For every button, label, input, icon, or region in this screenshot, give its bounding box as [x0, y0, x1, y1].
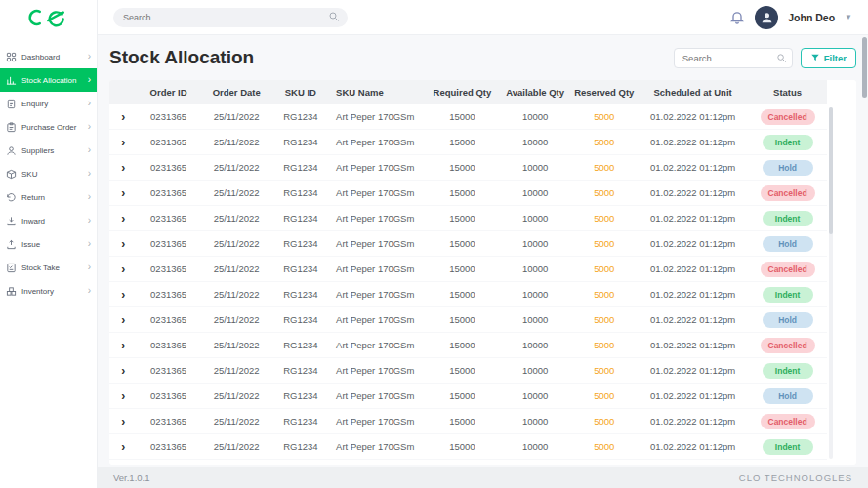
chevron-right-icon: › — [88, 122, 91, 132]
sidebar-item-label: Inventory — [21, 287, 84, 296]
table-scrollbar-thumb[interactable] — [829, 107, 833, 234]
reserved-qty-cell: 5000 — [570, 282, 638, 307]
row-expand-icon[interactable]: › — [121, 162, 125, 174]
notification-bell-icon[interactable] — [729, 9, 745, 25]
row-expand-icon[interactable]: › — [121, 390, 125, 402]
scheduled-at-unit-cell: 01.02.2022 01:12pm — [638, 181, 748, 206]
available-qty-cell: 10000 — [500, 434, 571, 460]
available-qty-cell: 10000 — [500, 384, 571, 409]
order-id-cell: 0231365 — [137, 231, 200, 257]
reserved-qty-cell: 5000 — [570, 358, 638, 384]
enquiry-icon — [6, 98, 18, 109]
user-menu-chevron-icon[interactable]: ▼ — [845, 13, 852, 21]
order-id-cell: 0231365 — [137, 384, 200, 409]
stock-take-icon — [6, 262, 18, 273]
reserved-qty-cell: 5000 — [570, 384, 638, 409]
purchase-order-icon — [6, 121, 18, 133]
status-badge: Hold — [763, 465, 813, 466]
table-row: ›023136525/11/2022RG1234Art Peper 170GSm… — [109, 460, 827, 466]
order-date-cell: 25/11/2022 — [200, 460, 273, 466]
sidebar-item-return[interactable]: Return› — [0, 185, 97, 209]
row-expand-icon[interactable]: › — [121, 416, 125, 427]
sidebar-item-label: Return — [21, 193, 84, 202]
order-id-cell: 0231365 — [137, 257, 200, 282]
inventory-icon — [6, 285, 18, 297]
status-badge: Cancelled — [761, 109, 815, 125]
column-header: Order Date — [200, 80, 273, 104]
topbar-search-input[interactable] — [113, 8, 348, 27]
column-header: Reserved Qty — [570, 80, 638, 104]
required-qty-cell: 15000 — [425, 434, 500, 460]
scheduled-at-unit-cell: 01.02.2022 01:12pm — [638, 333, 748, 358]
brand-logo[interactable] — [0, 0, 97, 35]
sidebar-item-label: Inward — [21, 217, 84, 225]
scheduled-at-unit-cell: 01.02.2022 01:12pm — [638, 358, 748, 384]
filter-button-label: Filter — [824, 53, 847, 63]
stock-allocation-table-card: Order IDOrder DateSKU IDSKU NameRequired… — [109, 80, 856, 465]
sidebar-item-enquiry[interactable]: Enquiry› — [0, 92, 97, 115]
chevron-right-icon: › — [88, 99, 91, 108]
sidebar-item-stock-allocation[interactable]: Stock Allocation› — [0, 68, 97, 92]
required-qty-cell: 15000 — [425, 104, 500, 130]
chevron-right-icon: › — [88, 52, 91, 61]
status-badge: Cancelled — [761, 262, 815, 277]
order-date-cell: 25/11/2022 — [200, 282, 273, 307]
row-expand-icon[interactable]: › — [121, 137, 125, 148]
search-icon — [328, 11, 340, 22]
row-expand-icon[interactable]: › — [121, 441, 125, 453]
table-row: ›023136525/11/2022RG1234Art Peper 170GSm… — [109, 257, 827, 282]
filter-button[interactable]: Filter — [801, 48, 856, 68]
row-expand-icon[interactable]: › — [121, 238, 125, 250]
row-expand-icon[interactable]: › — [121, 365, 125, 377]
column-header: Required Qty — [425, 80, 500, 104]
sidebar-item-purchase-order[interactable]: Purchase Order› — [0, 115, 97, 139]
table-row: ›023136525/11/2022RG1234Art Peper 170GSm… — [109, 358, 827, 384]
row-expand-icon[interactable]: › — [121, 187, 125, 199]
column-header: Scheduled at Unit — [638, 80, 748, 104]
sidebar-item-inward[interactable]: Inward› — [0, 209, 97, 232]
sidebar-item-label: Enquiry — [21, 100, 84, 108]
dashboard-icon — [6, 51, 18, 62]
status-badge: Cancelled — [761, 338, 815, 353]
row-expand-icon[interactable]: › — [121, 340, 125, 351]
table-row: ›023136525/11/2022RG1234Art Peper 170GSm… — [109, 282, 827, 307]
row-expand-icon[interactable]: › — [121, 289, 125, 301]
sku-name-cell: Art Peper 170GSm — [328, 282, 425, 307]
sku-name-cell: Art Peper 170GSm — [328, 206, 425, 231]
sidebar-item-sku[interactable]: SKU› — [0, 162, 97, 185]
status-badge: Hold — [763, 160, 813, 176]
user-avatar[interactable] — [755, 6, 778, 29]
topbar-right: John Deo ▼ — [729, 6, 852, 29]
sidebar-item-dashboard[interactable]: Dashboard› — [0, 45, 97, 68]
sku-id-cell: RG1234 — [273, 104, 329, 130]
row-expand-icon[interactable]: › — [121, 111, 125, 123]
table-scrollbar[interactable] — [829, 107, 833, 459]
row-expand-icon[interactable]: › — [121, 264, 125, 275]
table-search-input[interactable] — [674, 48, 793, 68]
reserved-qty-cell: 5000 — [570, 181, 638, 206]
status-badge: Cancelled — [761, 185, 815, 201]
row-expand-icon[interactable]: › — [121, 314, 125, 326]
required-qty-cell: 15000 — [425, 460, 500, 466]
order-date-cell: 25/11/2022 — [200, 181, 273, 206]
inward-icon — [6, 215, 18, 226]
sidebar-item-suppliers[interactable]: Suppliers› — [0, 139, 97, 162]
order-id-cell: 0231365 — [137, 434, 200, 460]
scheduled-at-unit-cell: 01.02.2022 01:12pm — [638, 384, 748, 409]
page-scrollbar-thumb[interactable] — [862, 37, 867, 98]
sku-name-cell: Art Peper 170GSm — [328, 358, 425, 384]
sku-name-cell: Art Peper 170GSm — [328, 231, 425, 257]
table-row: ›023136525/11/2022RG1234Art Peper 170GSm… — [109, 333, 827, 358]
sku-id-cell: RG1234 — [273, 460, 329, 466]
reserved-qty-cell: 5000 — [570, 307, 638, 333]
sidebar-item-label: Dashboard — [21, 53, 84, 61]
sidebar-item-issue[interactable]: Issue› — [0, 232, 97, 256]
sidebar-item-stock-take[interactable]: Stock Take› — [0, 256, 97, 279]
sku-name-cell: Art Peper 170GSm — [328, 104, 425, 130]
sidebar-item-label: SKU — [21, 170, 84, 179]
sku-id-cell: RG1234 — [273, 231, 329, 257]
table-row: ›023136525/11/2022RG1234Art Peper 170GSm… — [109, 409, 827, 434]
order-date-cell: 25/11/2022 — [200, 307, 273, 333]
row-expand-icon[interactable]: › — [121, 213, 125, 224]
sidebar-item-inventory[interactable]: Inventory› — [0, 279, 97, 303]
